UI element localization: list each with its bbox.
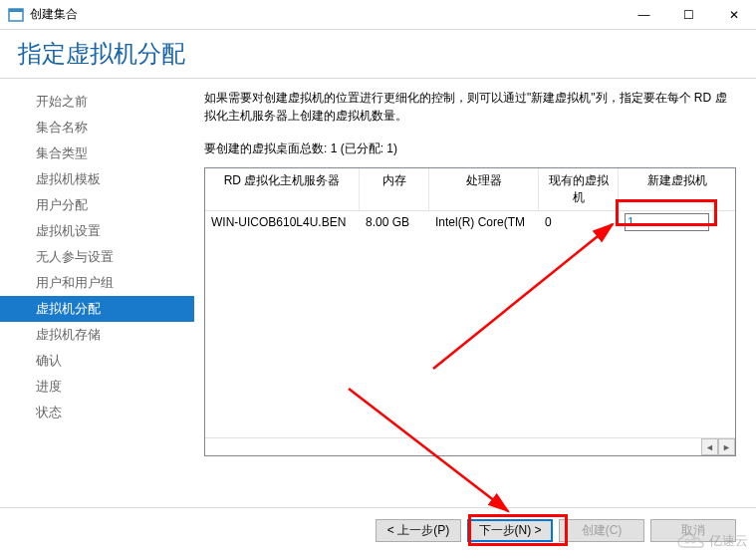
create-button[interactable]: 创建(C) — [559, 519, 644, 542]
col-memory[interactable]: 内存 — [360, 168, 429, 210]
window-title: 创建集合 — [30, 6, 622, 23]
sidebar-item-11[interactable]: 进度 — [0, 374, 194, 400]
summary-text: 要创建的虚拟桌面总数: 1 (已分配: 1) — [204, 140, 736, 157]
cell-existing: 0 — [539, 211, 619, 233]
sidebar-item-8[interactable]: 虚拟机分配 — [0, 296, 194, 322]
main-panel: 如果需要对创建虚拟机的位置进行更细化的控制，则可以通过"新建虚拟机"列，指定要在… — [194, 79, 756, 507]
minimize-button[interactable]: — — [622, 0, 666, 30]
sidebar: 开始之前集合名称集合类型虚拟机模板用户分配虚拟机设置无人参与设置用户和用户组虚拟… — [0, 79, 194, 507]
svg-point-5 — [691, 539, 695, 543]
scroll-right-button[interactable]: ► — [718, 438, 735, 455]
sidebar-item-5[interactable]: 虚拟机设置 — [0, 218, 194, 244]
new-vm-input[interactable] — [625, 213, 709, 231]
prev-button[interactable]: < 上一步(P) — [376, 519, 461, 542]
scroll-left-button[interactable]: ◄ — [701, 438, 718, 455]
app-icon — [8, 7, 24, 23]
table-body-spacer — [205, 233, 735, 437]
col-newvm[interactable]: 新建虚拟机 — [619, 168, 735, 210]
next-button[interactable]: 下一步(N) > — [467, 519, 553, 542]
content: 开始之前集合名称集合类型虚拟机模板用户分配虚拟机设置无人参与设置用户和用户组虚拟… — [0, 79, 756, 507]
footer: < 上一步(P) 下一步(N) > 创建(C) 取消 — [0, 507, 756, 553]
col-cpu[interactable]: 处理器 — [429, 168, 539, 210]
description-text: 如果需要对创建虚拟机的位置进行更细化的控制，则可以通过"新建虚拟机"列，指定要在… — [204, 89, 736, 125]
sidebar-item-1[interactable]: 集合名称 — [0, 115, 194, 140]
cell-memory: 8.00 GB — [360, 211, 429, 233]
sidebar-item-9[interactable]: 虚拟机存储 — [0, 322, 194, 348]
titlebar: 创建集合 — ☐ ✕ — [0, 0, 756, 30]
sidebar-item-7[interactable]: 用户和用户组 — [0, 270, 194, 296]
sidebar-item-3[interactable]: 虚拟机模板 — [0, 166, 194, 192]
table-scrollbar: ◄ ► — [205, 437, 735, 455]
cloud-icon — [675, 531, 705, 551]
cell-newvm — [619, 211, 735, 233]
sidebar-item-10[interactable]: 确认 — [0, 348, 194, 374]
col-host[interactable]: RD 虚拟化主机服务器 — [205, 168, 360, 210]
sidebar-item-6[interactable]: 无人参与设置 — [0, 244, 194, 270]
col-existing[interactable]: 现有的虚拟机 — [539, 168, 619, 210]
window-controls: — ☐ ✕ — [622, 0, 756, 30]
maximize-button[interactable]: ☐ — [666, 0, 711, 30]
svg-rect-1 — [9, 9, 23, 12]
close-button[interactable]: ✕ — [711, 0, 756, 30]
svg-point-4 — [685, 539, 689, 543]
watermark-text: 亿速云 — [709, 532, 748, 550]
sidebar-item-12[interactable]: 状态 — [0, 400, 194, 425]
sidebar-item-4[interactable]: 用户分配 — [0, 192, 194, 218]
cell-cpu: Intel(R) Core(TM — [429, 211, 539, 233]
table-header: RD 虚拟化主机服务器 内存 处理器 现有的虚拟机 新建虚拟机 — [205, 168, 735, 211]
vm-table: RD 虚拟化主机服务器 内存 处理器 现有的虚拟机 新建虚拟机 WIN-UICO… — [204, 167, 736, 456]
table-row[interactable]: WIN-UICOB610L4U.BEN 8.00 GB Intel(R) Cor… — [205, 211, 735, 233]
page-title: 指定虚拟机分配 — [18, 38, 738, 70]
sidebar-item-2[interactable]: 集合类型 — [0, 140, 194, 166]
header: 指定虚拟机分配 — [0, 30, 756, 79]
cell-host: WIN-UICOB610L4U.BEN — [205, 211, 360, 233]
sidebar-item-0[interactable]: 开始之前 — [0, 89, 194, 115]
watermark: 亿速云 — [675, 531, 748, 551]
